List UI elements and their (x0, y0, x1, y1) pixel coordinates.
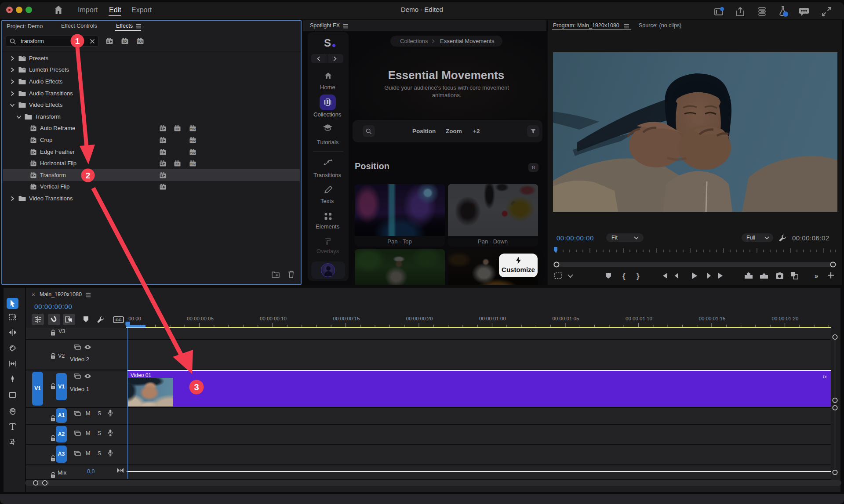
svg-text:1: 1 (75, 36, 80, 46)
svg-text:3: 3 (194, 382, 199, 392)
svg-text:2: 2 (86, 171, 91, 180)
